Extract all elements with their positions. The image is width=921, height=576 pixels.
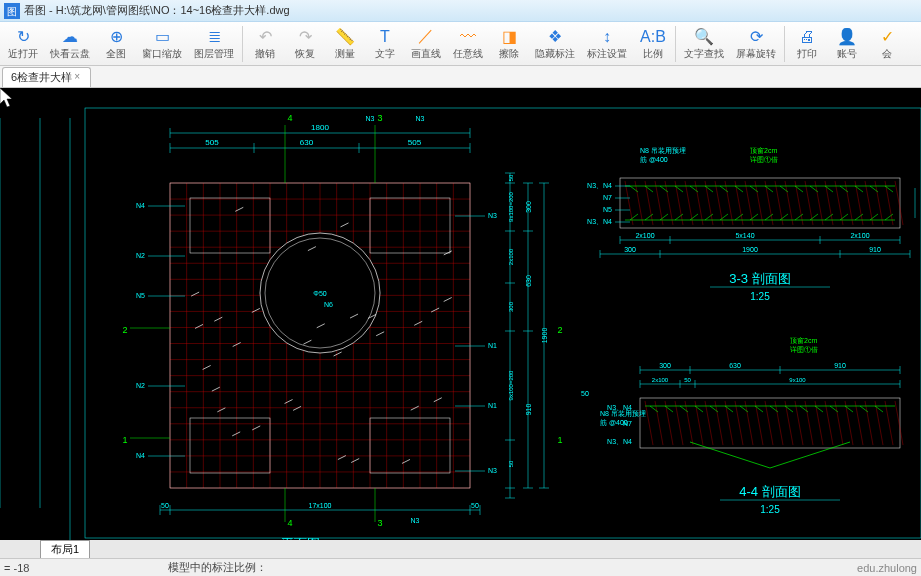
- svg-text:详图①借: 详图①借: [790, 346, 818, 353]
- member-button[interactable]: ✓会: [867, 23, 907, 65]
- svg-line-273: [685, 401, 693, 445]
- toolbar-label: 全图: [106, 47, 126, 61]
- svg-line-307: [830, 406, 838, 412]
- svg-line-188: [795, 181, 803, 225]
- svg-text:50: 50: [684, 377, 691, 383]
- svg-text:50: 50: [471, 502, 479, 509]
- file-tab-bar: 6检查井大样 ×: [0, 66, 921, 88]
- svg-text:N3、N4: N3、N4: [607, 438, 632, 445]
- svg-text:2x100: 2x100: [635, 232, 654, 239]
- account-button[interactable]: 👤账号: [827, 23, 867, 65]
- svg-rect-82: [190, 418, 270, 473]
- toolbar-label: 屏幕旋转: [736, 47, 776, 61]
- svg-line-68: [203, 365, 211, 369]
- undo-button[interactable]: ↶撤销: [245, 23, 285, 65]
- window-zoom-button[interactable]: ▭窗口缩放: [136, 23, 188, 65]
- text-button[interactable]: T文字: [365, 23, 405, 65]
- svg-rect-80: [190, 198, 270, 253]
- scale-button[interactable]: A:B比例: [633, 23, 673, 65]
- close-tab-icon[interactable]: ×: [74, 71, 86, 83]
- svg-line-298: [695, 406, 703, 412]
- svg-text:N3、N4: N3、N4: [587, 182, 612, 189]
- svg-line-54: [217, 408, 225, 412]
- svg-text:N5: N5: [603, 206, 612, 213]
- title-bar: 图 看图 - H:\筑龙网\管网图纸\NO：14~16检查井大样.dwg: [0, 0, 921, 22]
- svg-line-63: [411, 406, 419, 410]
- svg-text:1900: 1900: [541, 328, 548, 344]
- svg-line-57: [434, 398, 442, 402]
- svg-line-194: [855, 181, 863, 225]
- svg-line-308: [845, 406, 853, 412]
- svg-text:505: 505: [205, 138, 219, 147]
- svg-line-288: [835, 401, 843, 445]
- svg-line-292: [875, 401, 883, 445]
- svg-text:图: 图: [7, 6, 17, 17]
- member-icon: ✓: [876, 27, 898, 47]
- cloud-button[interactable]: ☁快看云盘: [44, 23, 96, 65]
- print-button[interactable]: 🖨打印: [787, 23, 827, 65]
- text-search-button[interactable]: 🔍文字查找: [678, 23, 730, 65]
- svg-text:300: 300: [525, 201, 532, 213]
- file-tab-label: 6检查井大样: [11, 70, 72, 85]
- toolbar-label: 撤销: [255, 47, 275, 61]
- svg-line-190: [815, 181, 823, 225]
- svg-line-303: [770, 406, 778, 412]
- svg-line-196: [875, 181, 883, 225]
- layer-mgr-button[interactable]: ≣图层管理: [188, 23, 240, 65]
- svg-text:N3、N4: N3、N4: [587, 218, 612, 225]
- rotate-button[interactable]: ⟳屏幕旋转: [730, 23, 782, 65]
- file-tab[interactable]: 6检查井大样 ×: [2, 67, 91, 87]
- svg-text:1900: 1900: [742, 246, 758, 253]
- drawing-canvas[interactable]: Φ50N6505630505180043N3N35017x1005043N3N4…: [0, 88, 921, 540]
- svg-text:1: 1: [122, 435, 127, 445]
- toolbar-label: 画直线: [411, 47, 441, 61]
- svg-line-205: [675, 186, 683, 192]
- svg-line-199: [630, 186, 638, 192]
- text-search-icon: 🔍: [693, 27, 715, 47]
- hide-dim-button[interactable]: ❖隐藏标注: [529, 23, 581, 65]
- svg-line-198: [895, 181, 903, 225]
- svg-text:2x100: 2x100: [652, 377, 669, 383]
- svg-line-296: [665, 406, 673, 412]
- svg-line-67: [414, 321, 422, 325]
- measure-button[interactable]: 📏测量: [325, 23, 365, 65]
- svg-text:4: 4: [287, 113, 292, 123]
- svg-text:N3、N4: N3、N4: [607, 404, 632, 411]
- svg-line-64: [376, 332, 384, 336]
- svg-line-279: [745, 401, 753, 445]
- svg-line-75: [285, 400, 293, 404]
- redo-icon: ↷: [294, 27, 316, 47]
- svg-line-294: [895, 401, 903, 445]
- svg-line-225: [825, 186, 833, 192]
- svg-line-56: [293, 406, 301, 410]
- polyline-button[interactable]: 〰任意线: [447, 23, 489, 65]
- svg-line-182: [735, 181, 743, 225]
- dim-settings-button[interactable]: ↕标注设置: [581, 23, 633, 65]
- line-button[interactable]: ／画直线: [405, 23, 447, 65]
- svg-text:630: 630: [729, 362, 741, 369]
- hide-dim-icon: ❖: [544, 27, 566, 47]
- toolbar-label: 近打开: [8, 47, 38, 61]
- layout-tab[interactable]: 布局1: [40, 540, 90, 558]
- svg-line-69: [232, 432, 240, 436]
- svg-text:3: 3: [377, 113, 382, 123]
- svg-text:3-3 剖面图: 3-3 剖面图: [729, 271, 790, 286]
- svg-text:9x100: 9x100: [789, 377, 806, 383]
- svg-text:17x100: 17x100: [309, 502, 332, 509]
- svg-line-223: [810, 186, 818, 192]
- svg-rect-83: [370, 418, 450, 473]
- svg-line-66: [351, 459, 359, 463]
- svg-text:3: 3: [377, 518, 382, 528]
- svg-line-191: [825, 181, 833, 225]
- print-icon: 🖨: [796, 27, 818, 47]
- svg-text:5x140: 5x140: [735, 232, 754, 239]
- eraser-button[interactable]: ◨擦除: [489, 23, 529, 65]
- full-view-button[interactable]: ⊕全图: [96, 23, 136, 65]
- redo-button[interactable]: ↷恢复: [285, 23, 325, 65]
- svg-text:N1: N1: [488, 402, 497, 409]
- svg-line-231: [870, 186, 878, 192]
- toolbar-label: 比例: [643, 47, 663, 61]
- recent-open-button[interactable]: ↻近打开: [2, 23, 44, 65]
- svg-line-52: [338, 456, 346, 460]
- svg-line-270: [655, 401, 663, 445]
